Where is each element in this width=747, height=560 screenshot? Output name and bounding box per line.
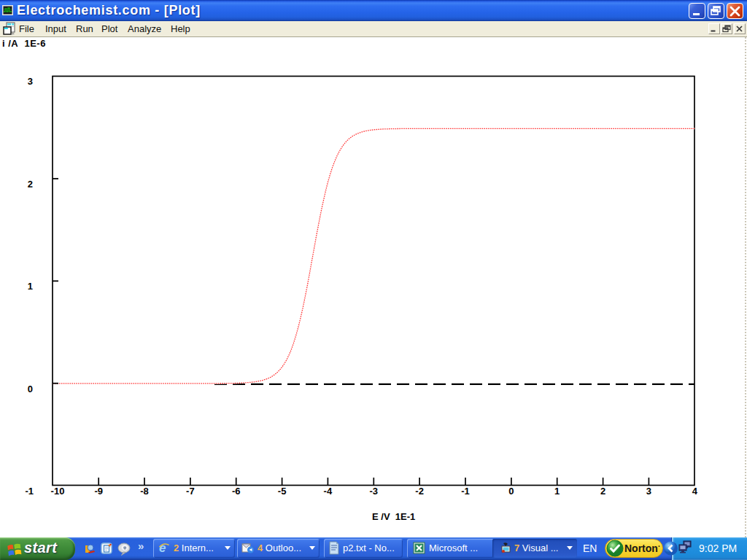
svg-text:e: e [159, 541, 166, 555]
